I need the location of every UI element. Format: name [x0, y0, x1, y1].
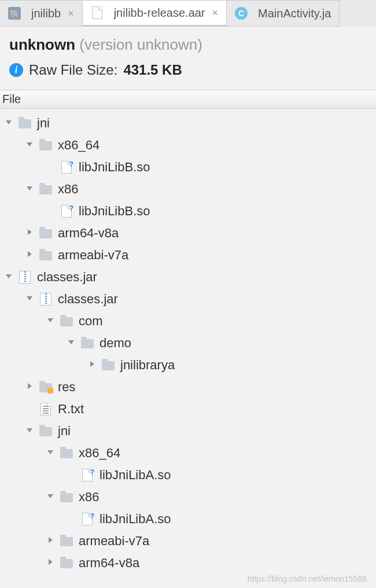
folder-icon: [39, 139, 52, 152]
unknown-file-icon: [81, 513, 94, 525]
svg-marker-15: [49, 559, 53, 565]
folder-icon: [60, 535, 73, 547]
tab-label: jnilibb: [31, 7, 61, 20]
chevron-down-icon[interactable]: [46, 316, 57, 326]
folder-icon: [81, 337, 94, 350]
chevron-right-icon[interactable]: [25, 228, 36, 238]
file-icon: [91, 6, 104, 19]
close-icon[interactable]: ×: [212, 7, 219, 19]
size-value: 431.5 KB: [123, 62, 182, 78]
chevron-down-icon[interactable]: [67, 338, 78, 348]
svg-marker-7: [47, 318, 53, 322]
chevron-down-icon[interactable]: [46, 448, 57, 458]
chevron-down-icon[interactable]: [25, 140, 36, 150]
tree-item-label: x86_64: [58, 134, 99, 156]
tree-item-label: com: [79, 310, 103, 332]
resources-folder-icon: [39, 381, 52, 394]
tree-item-label: x86: [58, 178, 78, 200]
svg-marker-9: [90, 361, 94, 367]
folder-icon: [39, 425, 52, 438]
tree-row[interactable]: R.txt: [0, 398, 376, 420]
svg-marker-2: [27, 186, 32, 190]
chevron-down-icon[interactable]: [46, 492, 57, 502]
chevron-right-icon[interactable]: [25, 382, 36, 392]
text-file-icon: [39, 403, 52, 416]
chevron-right-icon[interactable]: [46, 558, 57, 568]
tree-row[interactable]: classes.jar: [0, 288, 376, 310]
editor-tabs: 🐘 jnilibb × jnilibb-release.aar × C Main…: [0, 0, 376, 27]
tree-row[interactable]: x86_64: [0, 134, 376, 156]
tree-row[interactable]: classes.jar: [0, 266, 376, 288]
tab-mainactivity[interactable]: C MainActivity.ja: [227, 0, 340, 27]
chevron-right-icon[interactable]: [25, 250, 36, 260]
tree-row[interactable]: libJniLibB.so: [0, 200, 376, 222]
tree-item-label: armeabi-v7a: [79, 530, 149, 552]
tree-row[interactable]: arm64-v8a: [0, 552, 376, 574]
watermark: https://blog.csdn.net/lemon15588: [248, 574, 367, 583]
chevron-down-icon[interactable]: [5, 118, 15, 128]
tree-item-label: res: [58, 376, 76, 398]
tree-row[interactable]: libJniLibA.so: [0, 464, 376, 486]
tree-row[interactable]: res: [0, 376, 376, 398]
gradle-icon: 🐘: [8, 7, 21, 20]
chevron-down-icon[interactable]: [5, 272, 15, 282]
folder-icon: [60, 491, 73, 504]
svg-marker-4: [28, 251, 32, 257]
folder-icon: [60, 315, 73, 328]
chevron-down-icon[interactable]: [25, 426, 36, 436]
tree-row[interactable]: arm64-v8a: [0, 222, 376, 244]
tree-item-label: classes.jar: [37, 266, 97, 288]
tree-item-label: armeabi-v7a: [58, 244, 128, 266]
tree-row[interactable]: libJniLibB.so: [0, 156, 376, 178]
unknown-file-icon: [60, 205, 73, 218]
svg-marker-8: [68, 340, 74, 344]
archive-version: (version unknown): [79, 36, 202, 53]
unknown-file-icon: [60, 161, 73, 174]
svg-marker-10: [28, 383, 32, 389]
svg-marker-12: [47, 450, 53, 454]
tree-row[interactable]: armeabi-v7a: [0, 244, 376, 266]
file-tree: jnix86_64libJniLibB.sox86libJniLibB.soar…: [0, 109, 376, 574]
svg-marker-6: [27, 296, 32, 300]
tab-jnilibb-release-aar[interactable]: jnilibb-release.aar ×: [83, 0, 227, 27]
folder-icon: [60, 447, 73, 460]
svg-marker-5: [6, 274, 12, 278]
archive-icon: [39, 293, 52, 306]
chevron-down-icon[interactable]: [25, 294, 36, 304]
chevron-right-icon[interactable]: [88, 360, 98, 370]
folder-icon: [102, 359, 115, 372]
tree-item-label: jni: [58, 420, 71, 442]
close-icon[interactable]: ×: [68, 8, 74, 20]
tree-item-label: libJniLibA.so: [99, 464, 171, 486]
tree-row[interactable]: libJniLibA.so: [0, 508, 376, 530]
chevron-right-icon[interactable]: [46, 536, 57, 546]
archive-info-panel: unknown (version unknown) i Raw File Siz…: [0, 27, 376, 90]
size-label: Raw File Size:: [29, 62, 117, 78]
file-column-header[interactable]: File: [0, 90, 376, 109]
tree-row[interactable]: x86: [0, 486, 376, 508]
folder-icon: [39, 183, 52, 196]
info-icon: i: [9, 63, 23, 77]
tree-item-label: arm64-v8a: [58, 222, 119, 244]
tab-label: jnilibb-release.aar: [114, 6, 205, 20]
tree-item-label: libJniLibA.so: [99, 508, 171, 530]
tree-row[interactable]: com: [0, 310, 376, 332]
folder-icon: [39, 249, 52, 262]
tree-row[interactable]: jni: [0, 420, 376, 442]
tree-row[interactable]: armeabi-v7a: [0, 530, 376, 552]
svg-marker-11: [27, 428, 32, 432]
tree-row[interactable]: jnilibrarya: [0, 354, 376, 376]
archive-title: unknown (version unknown): [9, 36, 367, 54]
tree-row[interactable]: x86: [0, 178, 376, 200]
tree-item-label: jnilibrarya: [120, 354, 175, 376]
tab-jnilibb[interactable]: 🐘 jnilibb ×: [0, 0, 83, 27]
tree-row[interactable]: x86_64: [0, 442, 376, 464]
archive-name: unknown: [9, 36, 75, 53]
tree-item-label: libJniLibB.so: [79, 156, 150, 178]
tree-item-label: libJniLibB.so: [79, 200, 150, 222]
chevron-down-icon[interactable]: [25, 184, 36, 194]
tree-row[interactable]: jni: [0, 112, 376, 134]
tab-label: MainActivity.ja: [258, 7, 331, 20]
archive-size: i Raw File Size: 431.5 KB: [9, 62, 367, 78]
tree-row[interactable]: demo: [0, 332, 376, 354]
